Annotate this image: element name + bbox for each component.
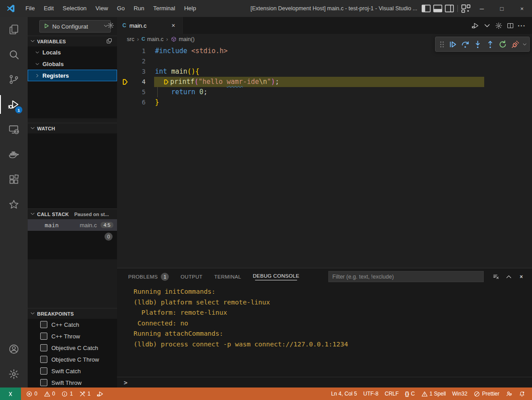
debug-step-into-button[interactable] (471, 38, 484, 50)
tab-main-c[interactable]: C main.c × (117, 17, 183, 34)
panel-tab-debug-console[interactable]: DEBUG CONSOLE (253, 268, 299, 285)
activity-docker[interactable] (0, 142, 28, 167)
activity-extensions[interactable] (0, 167, 28, 192)
remote-indicator[interactable] (0, 388, 21, 400)
gutter-glyph-margin[interactable] (117, 77, 134, 87)
status-bell[interactable] (515, 388, 528, 400)
toggle-sidebar-icon[interactable] (420, 0, 432, 17)
chevron-up-panel-button[interactable] (503, 271, 514, 282)
checkbox[interactable] (40, 321, 47, 328)
debug-console-input[interactable]: > (117, 377, 532, 388)
console-line: Platform: remote-linux (134, 308, 532, 318)
debug-filter-input[interactable] (328, 271, 484, 282)
close-button[interactable]: × (512, 0, 532, 17)
panel-tab-problems[interactable]: PROBLEMS1 (128, 268, 169, 285)
more-button[interactable]: ··· (516, 17, 528, 34)
status-warning[interactable]: 1 Spell (418, 388, 449, 400)
gutter-glyph-margin[interactable] (117, 46, 134, 56)
menu-go[interactable]: Go (113, 0, 129, 17)
customize-layout-icon[interactable] (460, 0, 472, 17)
breakpoint-c-catch[interactable]: C++ Catch (28, 319, 117, 330)
breakpoint-c-throw[interactable]: C++ Throw (28, 330, 117, 342)
toggle-panel-icon[interactable] (432, 0, 444, 17)
checkbox[interactable] (40, 333, 47, 340)
status-warning[interactable]: 0 (41, 388, 59, 400)
tree-item-locals[interactable]: Locals (28, 46, 117, 58)
debug-settings-gear-icon[interactable] (107, 22, 114, 30)
chevron-down-button[interactable] (481, 17, 493, 34)
status-info[interactable]: 1 (58, 388, 76, 400)
gutter-glyph-margin[interactable] (117, 56, 134, 67)
menu-view[interactable]: View (91, 0, 113, 17)
stack-frame-row[interactable]: main main.c 4:5 (28, 219, 117, 231)
gear-button[interactable] (493, 17, 504, 34)
checkbox[interactable] (40, 344, 47, 351)
breakpoint-swift-throw[interactable]: Swift Throw (28, 377, 117, 388)
debug-grip-button[interactable] (437, 38, 446, 50)
activity-search[interactable] (0, 42, 28, 67)
debug-run-button[interactable] (469, 17, 481, 34)
watch-section-header[interactable]: WATCH (28, 123, 117, 134)
call-stack-section-header[interactable]: CALL STACK Paused on st... (28, 208, 117, 220)
status-tools[interactable]: 1 (76, 388, 94, 400)
status-slash[interactable]: Prettier (470, 388, 503, 400)
debug-step-out-button[interactable] (484, 38, 496, 50)
debug-chevron-down-button[interactable] (521, 38, 528, 50)
debug-step-over-button[interactable] (459, 38, 471, 50)
status-error[interactable]: 0 (23, 388, 41, 400)
checkbox[interactable] (40, 367, 47, 375)
tab-close-icon[interactable]: × (169, 21, 178, 30)
panel-tab-terminal[interactable]: TERMINAL (214, 268, 241, 285)
person-icon (506, 391, 512, 397)
debug-disconnect-button[interactable] (509, 38, 521, 50)
breadcrumb-main[interactable]: main() (171, 36, 194, 42)
breakpoint-objective-c-catch[interactable]: Objective C Catch (28, 342, 117, 354)
breakpoint-swift-catch[interactable]: Swift Catch (28, 365, 117, 377)
gutter-glyph-margin[interactable] (117, 97, 134, 108)
checkbox[interactable] (40, 379, 47, 386)
close-panel-button[interactable]: × (516, 271, 527, 282)
menu-run[interactable]: Run (129, 0, 149, 17)
breadcrumb-src[interactable]: src (127, 36, 134, 42)
split-button[interactable] (504, 17, 516, 34)
status-ln-4-col-5[interactable]: Ln 4, Col 5 (328, 388, 360, 400)
gutter-glyph-margin[interactable] (117, 67, 134, 77)
tree-item-registers[interactable]: Registers (28, 70, 117, 81)
clear-panel-button[interactable] (491, 271, 502, 282)
copy-icon[interactable] (106, 38, 113, 46)
maximize-button[interactable]: □ (492, 0, 512, 17)
code-area[interactable]: 1#include <stdio.h>23int main(){4 printf… (117, 45, 532, 268)
menu-help[interactable]: Help (180, 0, 201, 17)
start-debug-icon[interactable] (43, 23, 50, 30)
status-person[interactable] (503, 388, 515, 400)
menu-terminal[interactable]: Terminal (149, 0, 180, 17)
debug-restart-button[interactable] (496, 38, 509, 50)
breadcrumb-main-c[interactable]: Cmain.c (142, 36, 163, 42)
debug-continue-button[interactable] (446, 38, 459, 50)
status-crlf[interactable]: CRLF (381, 388, 402, 400)
activity-account[interactable] (0, 337, 28, 362)
checkbox[interactable] (40, 356, 47, 363)
menu-file[interactable]: File (21, 0, 39, 17)
tree-item-globals[interactable]: Globals (28, 58, 117, 70)
variables-section-header[interactable]: VARIABLES (28, 36, 117, 47)
activity-source-control[interactable] (0, 67, 28, 92)
activity-explorer[interactable] (0, 17, 28, 42)
status-utf-8[interactable]: UTF-8 (360, 388, 381, 400)
toggle-secondary-sidebar-icon[interactable] (444, 0, 455, 17)
status-win32[interactable]: Win32 (449, 388, 470, 400)
activity-star[interactable] (0, 192, 28, 217)
activity-settings[interactable] (0, 362, 28, 387)
menu-selection[interactable]: Selection (58, 0, 91, 17)
status-debug-alt[interactable] (94, 388, 107, 400)
panel-tab-output[interactable]: OUTPUT (180, 268, 202, 285)
activity-remote-explorer[interactable] (0, 117, 28, 142)
breakpoint-objective-c-throw[interactable]: Objective C Throw (28, 354, 117, 365)
gutter-glyph-margin[interactable] (117, 87, 134, 97)
menu-edit[interactable]: Edit (39, 0, 58, 17)
breakpoints-section-header[interactable]: BREAKPOINTS (28, 308, 117, 319)
status-braces-glyph[interactable]: {}C (402, 388, 418, 400)
activity-run-debug[interactable]: 1 (0, 92, 28, 117)
launch-config-dropdown[interactable]: No Configurat (39, 20, 111, 33)
minimize-button[interactable]: ─ (472, 0, 492, 17)
